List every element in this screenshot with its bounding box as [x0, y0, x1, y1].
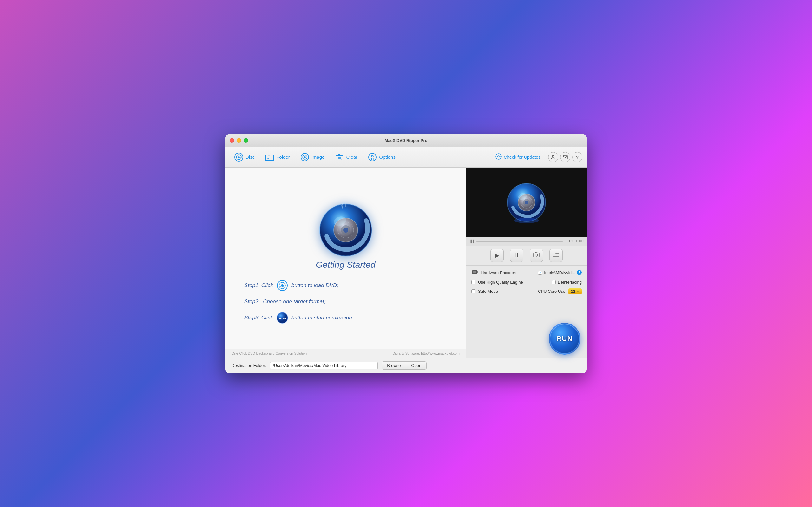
- main-window: MacX DVD Ripper Pro DVD Disc +: [225, 134, 587, 373]
- image-button[interactable]: ISO Image: [296, 151, 329, 164]
- question-mark-icon: ?: [576, 155, 578, 160]
- deinterlacing-label: Deinterlacing: [558, 280, 582, 285]
- maximize-button[interactable]: [244, 138, 248, 143]
- disc-icon: DVD: [234, 153, 244, 162]
- run-button[interactable]: RUN: [549, 323, 580, 354]
- step2: Step2. Choose one target format;: [244, 298, 447, 305]
- seek-bar[interactable]: [476, 241, 563, 242]
- settings-panel: Hardware Encoder: ✓ Intel/AMD/Nvidia i U…: [466, 266, 587, 320]
- browse-button[interactable]: Browse: [382, 361, 406, 370]
- pause-button[interactable]: ⏸: [510, 249, 523, 262]
- deinterlacing-checkbox[interactable]: [552, 280, 556, 284]
- svg-point-47: [535, 254, 538, 257]
- dest-folder-label: Destination Folder:: [232, 363, 266, 368]
- options-icon: [368, 153, 377, 162]
- track-position-icon: ▐▐: [469, 239, 474, 243]
- svg-point-45: [514, 218, 539, 223]
- right-panel: ▐▐ 00:00:00 ▶ ⏸: [466, 168, 587, 358]
- timestamp: 00:00:00: [565, 239, 583, 244]
- bottom-bar: Destination Folder: Browse Open: [225, 358, 587, 373]
- dest-folder-input[interactable]: [270, 361, 378, 370]
- quality-row: Use High Quality Engine Deinterlacing: [471, 280, 582, 285]
- utility-icons: ?: [548, 152, 582, 162]
- check-updates-button[interactable]: Check for Updates: [492, 152, 544, 163]
- safe-mode-checkbox[interactable]: [471, 289, 475, 293]
- dest-action-buttons: Browse Open: [382, 361, 426, 370]
- pause-icon: ⏸: [514, 252, 519, 259]
- help-button[interactable]: ?: [572, 152, 582, 162]
- open-button[interactable]: Open: [406, 361, 426, 370]
- disc-inline-icon: DVD: [276, 279, 288, 291]
- cpu-core-group: CPU Core Use: 12 ▼: [538, 288, 582, 294]
- cpu-core-value: 12: [571, 289, 575, 294]
- options-button[interactable]: Options: [363, 151, 400, 164]
- options-label: Options: [379, 154, 396, 160]
- hw-chip-icon: [471, 269, 478, 276]
- folder-open-button[interactable]: [549, 249, 563, 262]
- video-preview: [466, 168, 587, 237]
- disc-label: Disc: [246, 154, 255, 160]
- cpu-core-selector[interactable]: 12 ▼: [568, 288, 582, 294]
- left-panel: Getting Started Step1. Click DVD button …: [225, 168, 466, 358]
- camera-icon: [533, 251, 540, 259]
- toolbar: DVD Disc + Folder ISO: [225, 147, 587, 168]
- getting-started-title: Getting Started: [316, 260, 375, 270]
- disc-button[interactable]: DVD Disc: [230, 151, 259, 164]
- folder-button[interactable]: + Folder: [260, 151, 294, 164]
- safe-mode-label: Safe Mode: [478, 289, 498, 294]
- clear-button[interactable]: Clear: [330, 151, 362, 164]
- preview-dvd-logo: [506, 182, 547, 223]
- intel-amd-checkbox[interactable]: ✓: [538, 271, 542, 275]
- step1-prefix: Step1. Click: [244, 282, 273, 289]
- svg-text:RUN: RUN: [279, 316, 286, 320]
- intel-amd-label: Intel/AMD/Nvidia: [544, 270, 575, 275]
- updates-icon: [496, 153, 502, 161]
- screenshot-button[interactable]: [530, 249, 543, 262]
- svg-text:+: +: [267, 157, 269, 160]
- footer-right-text: Digiarty Software, http://www.macxdvd.co…: [392, 351, 460, 355]
- clear-label: Clear: [346, 154, 357, 160]
- folder-icon: +: [265, 153, 274, 162]
- play-button[interactable]: ▶: [490, 249, 504, 262]
- hardware-encoder-label: Hardware Encoder:: [481, 270, 516, 275]
- step2-text: Choose one target format;: [263, 298, 326, 305]
- play-icon: ▶: [495, 252, 499, 259]
- account-button[interactable]: [548, 152, 558, 162]
- titlebar: MacX DVD Ripper Pro: [225, 134, 587, 147]
- safe-mode-row: Safe Mode CPU Core Use: 12 ▼: [471, 288, 582, 294]
- run-button-label: RUN: [557, 335, 573, 343]
- image-icon: ISO: [300, 153, 310, 162]
- svg-point-19: [496, 154, 502, 159]
- trash-icon: [335, 153, 344, 162]
- run-button-area: RUN: [466, 320, 587, 358]
- deinterlace-group: Deinterlacing: [552, 280, 582, 285]
- close-button[interactable]: [230, 138, 234, 143]
- window-controls: [230, 138, 248, 143]
- svg-point-20: [552, 155, 554, 157]
- window-title: MacX DVD Ripper Pro: [385, 138, 427, 143]
- svg-point-17: [371, 155, 373, 157]
- minimize-button[interactable]: [237, 138, 241, 143]
- step2-prefix: Step2.: [244, 298, 260, 305]
- svg-rect-21: [563, 155, 567, 159]
- video-controls-bar: ▐▐ 00:00:00: [466, 237, 587, 245]
- svg-point-43: [525, 201, 528, 205]
- svg-text:DVD: DVD: [280, 285, 284, 287]
- high-quality-label: Use High Quality Engine: [478, 280, 523, 285]
- high-quality-checkbox[interactable]: [471, 280, 475, 284]
- info-icon[interactable]: i: [577, 270, 582, 275]
- hardware-encoder-row: Hardware Encoder: ✓ Intel/AMD/Nvidia i: [471, 269, 582, 276]
- folder-label: Folder: [276, 154, 290, 160]
- svg-rect-49: [473, 271, 476, 274]
- svg-point-28: [343, 228, 348, 233]
- cpu-chevron-icon: ▼: [577, 290, 579, 293]
- image-label: Image: [311, 154, 325, 160]
- step3: Step3. Click: [244, 312, 447, 324]
- step3-prefix: Step3. Click: [244, 315, 273, 321]
- svg-text:DVD: DVD: [238, 157, 241, 159]
- footer-left-text: One-Click DVD Backup and Conversion Solu…: [232, 351, 307, 355]
- email-button[interactable]: [560, 152, 570, 162]
- step1: Step1. Click DVD button to load DVD;: [244, 279, 447, 291]
- cpu-core-label: CPU Core Use:: [538, 289, 566, 294]
- step3-text: button to start conversion.: [292, 315, 354, 321]
